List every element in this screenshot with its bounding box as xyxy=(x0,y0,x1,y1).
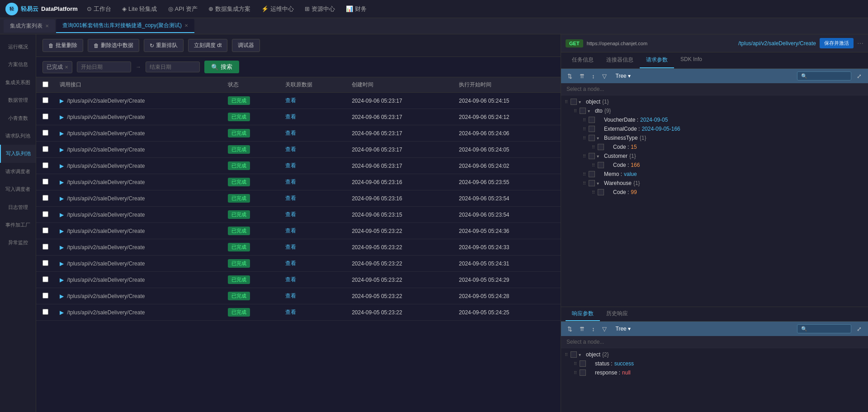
row-checkbox[interactable] xyxy=(36,288,54,304)
tree-node[interactable]: ⠿▾BusinessType {1} xyxy=(561,133,868,142)
tree-node-checkbox[interactable] xyxy=(589,171,595,177)
tree-node[interactable]: ⠿▾object {1} xyxy=(561,97,868,106)
tree-node-checkbox[interactable] xyxy=(571,351,577,358)
row-checkbox[interactable] xyxy=(36,174,54,190)
sidebar-item-overview[interactable]: 运行概况 xyxy=(0,38,36,56)
nav-data-collection[interactable]: ⊕数据集成方案 xyxy=(208,5,250,13)
resp-tree-filter-icon[interactable]: ▽ xyxy=(600,325,609,333)
nav-resource[interactable]: ⊞资源中心 xyxy=(305,5,335,13)
row-related[interactable]: 查看 xyxy=(280,93,346,109)
tree-expand-all-icon[interactable]: ⇈ xyxy=(578,72,586,81)
tree-node[interactable]: ⠿▾VoucherDate : 2024-09-05 xyxy=(561,115,868,124)
tree-node-checkbox[interactable] xyxy=(589,117,595,123)
sidebar-item-little-query[interactable]: 小青查数 xyxy=(0,109,36,127)
row-related[interactable]: 查看 xyxy=(280,223,346,239)
tab-close-solution-list[interactable]: ✕ xyxy=(45,24,49,28)
tree-search-input[interactable] xyxy=(797,71,851,81)
table-header-checkbox[interactable] xyxy=(36,77,54,93)
tree-node-placeholder[interactable]: Select a node... xyxy=(561,83,868,95)
tab-response-params[interactable]: 响应参数 xyxy=(566,307,600,321)
row-checkbox[interactable] xyxy=(36,190,54,207)
nav-api[interactable]: ◎API 资产 xyxy=(168,5,198,13)
row-checkbox[interactable] xyxy=(36,142,54,158)
row-checkbox[interactable] xyxy=(36,223,54,239)
tree-expand-icon[interactable]: ⤢ xyxy=(855,72,863,81)
tab-query-001[interactable]: 查询001帐套销售出库对接畅捷通_copy(聚合测试) ✕ xyxy=(56,19,194,33)
row-checkbox[interactable] xyxy=(36,256,54,272)
tree-node[interactable]: ⠿▾Customer {1} xyxy=(561,152,868,161)
row-checkbox[interactable] xyxy=(36,239,54,256)
row-checkbox[interactable] xyxy=(36,109,54,125)
resp-tree-expand-icon[interactable]: ⤢ xyxy=(855,325,863,333)
sidebar-item-log-mgmt[interactable]: 日志管理 xyxy=(0,199,36,216)
tab-sdk-info[interactable]: SDK Info xyxy=(674,52,708,68)
tree-node[interactable]: ⠿▾dto {9} xyxy=(561,106,868,115)
tree-node[interactable]: ⠿▾status : success xyxy=(561,359,868,368)
sidebar-item-write-queue[interactable]: 写入队列池 xyxy=(0,145,36,162)
tab-solution-list[interactable]: 集成方案列表 ✕ xyxy=(4,19,55,33)
tree-node[interactable]: ⠿▾Warehouse {1} xyxy=(561,179,868,188)
sidebar-item-write-scheduler[interactable]: 写入调度者 xyxy=(0,180,36,198)
nav-finance[interactable]: 📊财务 xyxy=(346,5,367,13)
tree-sort-icon[interactable]: ↕ xyxy=(590,72,597,81)
sidebar-item-event-factory[interactable]: 事件加工厂 xyxy=(0,216,36,234)
tree-node-checkbox[interactable] xyxy=(598,162,604,168)
row-related[interactable]: 查看 xyxy=(280,190,346,207)
tree-node-checkbox[interactable] xyxy=(589,153,595,159)
tree-node-checkbox[interactable] xyxy=(598,144,604,150)
more-options-button[interactable]: ⋯ xyxy=(857,40,863,47)
resp-tree-sort-icon[interactable]: ↕ xyxy=(590,325,597,333)
sidebar-item-plan-info[interactable]: 方案信息 xyxy=(0,56,36,73)
row-related[interactable]: 查看 xyxy=(280,256,346,272)
tree-arrow-icon[interactable]: ▾ xyxy=(588,109,593,114)
resp-tree-expand-all-icon[interactable]: ⇈ xyxy=(578,325,586,333)
row-related[interactable]: 查看 xyxy=(280,272,346,288)
tree-arrow-icon[interactable]: ▾ xyxy=(597,136,602,141)
tree-node-checkbox[interactable] xyxy=(589,126,595,132)
re-queue-button[interactable]: ↻ 重新排队 xyxy=(144,39,184,52)
status-filter-tag[interactable]: 已完成 ✕ xyxy=(42,61,72,73)
row-related[interactable]: 查看 xyxy=(280,304,346,321)
row-checkbox[interactable] xyxy=(36,125,54,142)
schedule-dt-button[interactable]: 立刻调度 dt xyxy=(188,39,227,52)
sidebar-item-request-scheduler[interactable]: 请求调度者 xyxy=(0,163,36,180)
batch-delete-button[interactable]: 🗑 批量删除 xyxy=(42,39,83,52)
resp-tree-node-placeholder[interactable]: Select a node... xyxy=(561,336,868,348)
start-date-input[interactable] xyxy=(77,62,131,72)
nav-workbench[interactable]: ⊙工作台 xyxy=(87,5,111,13)
tree-node-checkbox[interactable] xyxy=(580,360,586,367)
tree-node[interactable]: ⠿▾response : null xyxy=(561,368,868,377)
tab-request-params[interactable]: 请求参数 xyxy=(640,52,674,68)
delete-selected-button[interactable]: 🗑 删除选中数据 xyxy=(88,39,139,52)
tree-collapse-all-icon[interactable]: ⇅ xyxy=(566,72,574,81)
tree-arrow-icon[interactable]: ▾ xyxy=(597,154,602,159)
tab-connector-info[interactable]: 连接器信息 xyxy=(600,52,640,68)
tree-node[interactable]: ⠿▾Code : 166 xyxy=(561,161,868,170)
tree-node[interactable]: ⠿▾Code : 99 xyxy=(561,188,868,197)
row-related[interactable]: 查看 xyxy=(280,174,346,190)
tree-node-checkbox[interactable] xyxy=(589,180,595,186)
tree-arrow-icon[interactable]: ▾ xyxy=(579,352,584,357)
resp-tree-search-input[interactable] xyxy=(797,324,851,333)
row-checkbox[interactable] xyxy=(36,158,54,174)
tree-arrow-icon[interactable]: ▾ xyxy=(579,99,584,104)
row-related[interactable]: 查看 xyxy=(280,158,346,174)
nav-ops[interactable]: ⚡运维中心 xyxy=(261,5,294,13)
tree-node-checkbox[interactable] xyxy=(598,189,604,195)
select-all-checkbox[interactable] xyxy=(42,81,48,87)
row-checkbox[interactable] xyxy=(36,207,54,223)
tree-arrow-icon[interactable]: ▾ xyxy=(597,181,602,186)
search-button[interactable]: 🔍 搜索 xyxy=(204,61,239,73)
tree-node[interactable]: ⠿▾Code : 15 xyxy=(561,142,868,152)
tree-node-checkbox[interactable] xyxy=(589,135,595,141)
row-related[interactable]: 查看 xyxy=(280,288,346,304)
tree-node-checkbox[interactable] xyxy=(580,369,586,376)
row-checkbox[interactable] xyxy=(36,93,54,109)
app-logo[interactable]: 轻 轻易云 DataPlatform xyxy=(5,3,78,15)
filter-tag-close[interactable]: ✕ xyxy=(65,65,68,70)
tree-node-checkbox[interactable] xyxy=(580,108,586,114)
nav-lite[interactable]: ◈Lite 轻集成 xyxy=(122,5,157,13)
sidebar-item-exception-monitor[interactable]: 异常监控 xyxy=(0,234,36,251)
row-checkbox[interactable] xyxy=(36,304,54,321)
sidebar-item-data-mgmt[interactable]: 数据管理 xyxy=(0,91,36,109)
